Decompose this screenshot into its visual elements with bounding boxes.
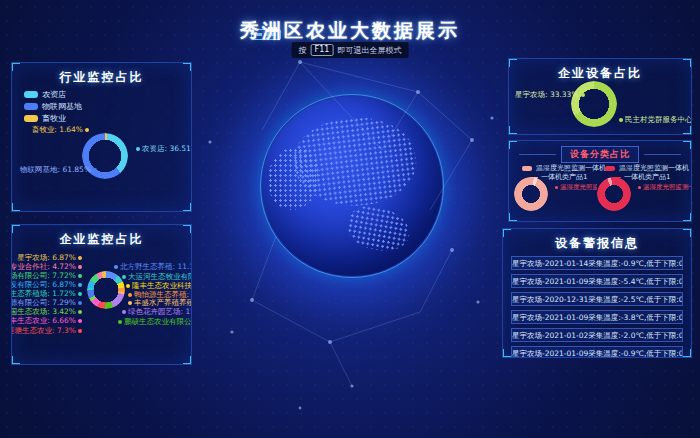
callout-text: 民主村党群服务中心:: [625, 115, 692, 124]
callout-text: 润凯发有限公司: 6.87%: [11, 280, 76, 289]
alarm-row[interactable]: 星宇农场-2020-12-31采集温度:-2.5℃,低于下限:0℃: [511, 292, 683, 306]
callout-text: 三华生态养殖场: 1.72%: [11, 289, 76, 298]
callout-dot: [128, 301, 132, 305]
callout-text: 中绿源有限公司: 7.29%: [11, 298, 76, 307]
panel-title: 设备分类占比: [561, 146, 639, 163]
panel-corner: [509, 213, 517, 221]
callout-dot: [78, 283, 82, 287]
legend-label: 畜牧业: [42, 113, 66, 124]
legend-item[interactable]: 温湿度光照监测一体机: [605, 163, 689, 173]
chart-callout: 红顶鹅养殖专业合作社: 4.72%: [11, 262, 84, 271]
callout-dot: [118, 320, 122, 324]
legend-swatch: [522, 166, 532, 171]
device-category-right-donut-chart[interactable]: [597, 177, 631, 211]
callout-text: 红菱塘生态农业: 7.3%: [11, 326, 76, 335]
chart-callout: 物联网基地: 61.85%: [20, 165, 99, 174]
panel-corner: [183, 203, 191, 211]
legend-label: 一体机类产品1: [624, 173, 670, 181]
panel-corner: [509, 126, 517, 134]
callout-dot: [638, 186, 641, 189]
chart-callout: 仁丰生态农业: 6.66%: [11, 316, 84, 325]
callout-text: 温湿度光照监测一: [560, 183, 597, 191]
globe-ring: [260, 94, 444, 278]
chart-callout: 家绿农场有限公司: 7.72%: [11, 271, 84, 280]
panel-title: 设备警报信息: [503, 229, 691, 252]
panel-title: 企业监控占比: [12, 225, 191, 248]
chart-callout: 鹏硕生态农业有限公司: 6.87: [116, 317, 192, 326]
panel-title: 行业监控占比: [12, 63, 191, 86]
fullscreen-hint: 按 F11 即可退出全屏模式: [292, 42, 409, 58]
device-category-left-donut-chart[interactable]: [514, 177, 548, 211]
panel-corner: [683, 59, 691, 67]
callout-text: 李国生态农场: 3.42%: [11, 307, 76, 316]
enterprise-device-donut-chart[interactable]: [571, 81, 617, 127]
panel-industry-monitor: 行业监控占比 农资店 物联网基地 畜牧业 畜牧业: 1.64% 农资店: 36.…: [11, 62, 192, 212]
chart-callout: 北方野生态养殖: 11.16%: [112, 262, 192, 271]
panel-enterprise-device: 企业设备占比 星宇农场: 33.33% 民主村党群服务中心:: [508, 58, 692, 135]
callout-text: 大运河生态牧业有限责任公: [128, 272, 192, 281]
legend-item[interactable]: 温湿度光照监测一体机: [522, 163, 606, 173]
panel-enterprise-monitor: 企业监控占比 星宇农场: 6.87% 红顶鹅养殖专业合作社: 4.72% 家绿农…: [11, 224, 192, 365]
panel-corner: [183, 356, 191, 364]
alarm-row[interactable]: 星宇农场-2021-01-09采集温度:-5.4℃,低于下限:0℃: [511, 274, 683, 288]
callout-dot: [78, 292, 82, 296]
callout-dot: [128, 293, 132, 297]
callout-text: 仁丰生态农业: 6.66%: [11, 316, 76, 325]
alarm-row[interactable]: 星宇农场-2021-01-14采集温度:-0.9℃,低于下限:0℃: [511, 256, 683, 270]
alarm-row[interactable]: 星宇农场-2021-01-09采集温度:-0.9℃,低于下限:0℃: [511, 346, 683, 358]
alarm-row[interactable]: 星宇农场-2021-01-02采集温度:-2.0℃,低于下限:0℃: [511, 328, 683, 342]
legend-item[interactable]: 物联网基地: [24, 101, 82, 112]
panel-corner: [12, 225, 20, 233]
callout-text: 星宇农场: 33.33%: [515, 90, 579, 99]
panel-corner: [12, 63, 20, 71]
chart-callout: 大运河生态牧业有限责任公: [120, 272, 192, 281]
panel-title: 企业设备占比: [509, 59, 691, 82]
panel-title-row: 设备分类占比: [509, 146, 691, 163]
chart-callout: 温湿度光照监测一: [553, 183, 597, 192]
callout-dot: [555, 186, 558, 189]
callout-dot: [136, 147, 140, 151]
panel-corner: [683, 126, 691, 134]
callout-dot: [122, 275, 126, 279]
callout-dot: [78, 319, 82, 323]
panel-device-category: 设备分类占比 温湿度光照监测一体机 一体机类产品1 温湿度光照监测一 温湿度光照…: [508, 140, 692, 222]
legend-label: 温湿度光照监测一体机: [619, 163, 689, 173]
panel-corner: [503, 349, 511, 357]
chart-callout: 星宇农场: 33.33%: [515, 90, 587, 99]
legend-swatch: [605, 166, 615, 171]
legend-item[interactable]: 畜牧业: [24, 113, 66, 124]
alarm-row[interactable]: 星宇农场-2021-01-09采集温度:-3.8℃,低于下限:0℃: [511, 310, 683, 324]
callout-dot: [78, 301, 82, 305]
callout-text: 星宇农场: 6.87%: [17, 253, 76, 262]
callout-dot: [78, 329, 82, 333]
legend-label: 温湿度光照监测一体机: [536, 163, 606, 173]
panel-corner: [503, 229, 511, 237]
chart-callout: 畜牧业: 1.64%: [32, 125, 91, 134]
hint-suffix: 即可退出全屏模式: [337, 45, 401, 56]
chart-callout: 红菱塘生态农业: 7.3%: [11, 326, 84, 335]
legend-item[interactable]: 农资店: [24, 89, 66, 100]
callout-dot: [78, 265, 82, 269]
legend-label: 农资店: [42, 89, 66, 100]
chart-callout: 温湿度光照监测一: [636, 183, 691, 192]
title-line: [519, 154, 556, 155]
callout-text: 农资店: 36.51%: [142, 144, 192, 153]
callout-dot: [126, 284, 130, 288]
panel-corner: [509, 59, 517, 67]
chart-callout: 民主村党群服务中心:: [617, 115, 692, 124]
callout-text: 绿色花卉园艺场: 15.02%: [128, 307, 192, 316]
f11-keycap: F11: [311, 44, 334, 56]
hint-prefix: 按: [299, 45, 307, 56]
chart-callout: 三华生态养殖场: 1.72%: [11, 289, 84, 298]
callout-text: 北方野生态养殖: 11.16%: [120, 262, 192, 271]
callout-dot: [122, 310, 126, 314]
alarm-list: 星宇农场-2021-01-14采集温度:-0.9℃,低于下限:0℃ 星宇农场-2…: [503, 256, 691, 358]
chart-callout: 丰盛水产养殖养殖场: 1.: [126, 298, 192, 307]
callout-text: 畜牧业: 1.64%: [32, 125, 83, 134]
callout-dot: [78, 274, 82, 278]
callout-dot: [93, 168, 97, 172]
panel-corner: [183, 63, 191, 71]
legend-swatch: [24, 91, 38, 98]
callout-text: 家绿农场有限公司: 7.72%: [11, 271, 76, 280]
page-title: 秀洲区农业大数据展示: [0, 18, 700, 44]
